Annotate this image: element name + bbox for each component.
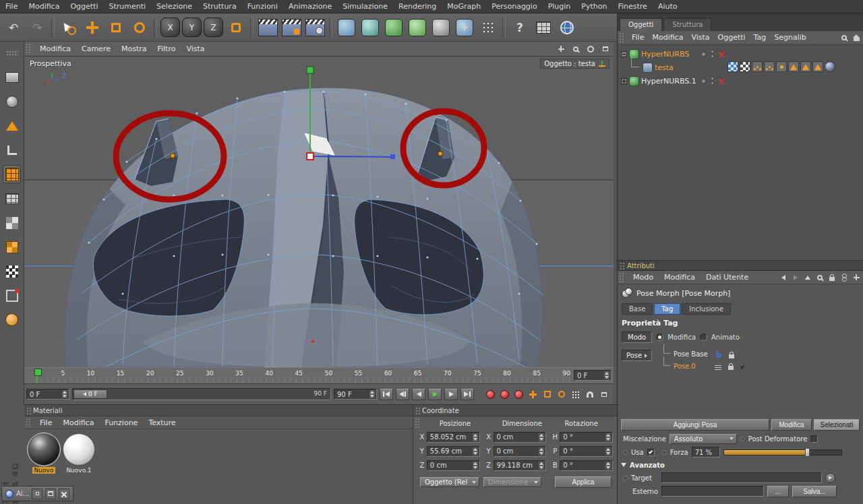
keyframe-selection-icon[interactable] — [513, 389, 525, 400]
lock-x-axis-button[interactable]: X — [160, 18, 180, 37]
dim-y-field[interactable]: 0 cm — [494, 446, 547, 457]
minimize-icon[interactable] — [32, 489, 42, 499]
axis-cross-icon[interactable] — [454, 17, 475, 38]
next-frame-icon[interactable] — [444, 389, 458, 400]
menu-simulazione[interactable]: Simulazione — [337, 1, 393, 12]
spinner[interactable] — [539, 447, 544, 455]
selected-button[interactable]: Selezionati — [814, 419, 860, 431]
pos-z-field[interactable]: 0 cm — [427, 460, 480, 471]
move-tool-icon[interactable] — [82, 17, 103, 38]
lock-icon[interactable] — [728, 366, 734, 370]
apply-button[interactable]: Applica — [555, 476, 612, 488]
render-view-icon[interactable] — [257, 17, 278, 38]
selection-tag-icon[interactable] — [764, 61, 775, 72]
pose-name[interactable]: Pose Base — [674, 350, 708, 358]
polygon-selection-tag-icon[interactable] — [812, 61, 823, 72]
menu-strumenti[interactable]: Strumenti — [103, 1, 151, 12]
render-active-icon[interactable] — [280, 17, 302, 38]
object-name[interactable]: testa — [655, 63, 674, 72]
panel-grip[interactable] — [415, 407, 421, 414]
vp-menu-modifica[interactable]: Modifica — [34, 43, 76, 55]
primitive-cube-icon[interactable] — [336, 17, 357, 38]
rot-b-field[interactable]: 0 ° — [560, 460, 613, 471]
close-icon[interactable] — [59, 489, 69, 499]
prev-frame-icon[interactable] — [412, 389, 425, 400]
table-icon[interactable] — [3, 189, 21, 208]
spinner[interactable] — [369, 390, 375, 398]
palette-grip[interactable] — [3, 44, 21, 62]
parent-up-icon[interactable] — [802, 272, 813, 283]
spinner[interactable] — [604, 371, 609, 379]
dim-z-field[interactable]: 99.118 cm — [494, 460, 547, 471]
menu-modifica[interactable]: Modifica — [23, 1, 65, 12]
radio-animato[interactable] — [700, 334, 707, 341]
coord-object-dropdown[interactable]: Oggetto (Rel — [420, 477, 479, 487]
add-pose-button[interactable]: Aggiungi Posa — [621, 419, 769, 431]
checker-icon[interactable] — [3, 262, 21, 280]
history-forward-icon[interactable] — [790, 272, 801, 283]
timeline-ruler[interactable]: 0510 152025 303540 455055 606570 758085 … — [24, 367, 614, 384]
sliders-icon[interactable] — [715, 364, 721, 370]
polygon-selection-tag-icon[interactable] — [788, 61, 799, 72]
keyframe-dot[interactable] — [740, 437, 745, 441]
attr-menu-modifica[interactable]: Modifica — [659, 272, 701, 283]
collapse-icon[interactable] — [621, 51, 627, 57]
spinner[interactable] — [62, 390, 67, 398]
object-name[interactable]: HyperNURBS — [641, 50, 689, 59]
spinner[interactable] — [473, 447, 478, 455]
menu-funzioni[interactable]: Funzioni — [242, 1, 283, 12]
maximize-view-icon[interactable] — [599, 43, 612, 55]
tab-tag[interactable]: Tag — [654, 303, 680, 315]
console-tab[interactable]: Ai... — [1, 486, 73, 501]
polygon-object-icon[interactable] — [643, 63, 653, 73]
search-icon[interactable] — [814, 272, 825, 283]
rot-h-field[interactable]: 0 ° — [560, 432, 613, 443]
pose-name[interactable]: Pose.0 — [674, 363, 696, 370]
polygon-selection-tag-icon[interactable] — [800, 61, 811, 72]
mat-menu-file[interactable]: File — [34, 417, 57, 429]
strength-field[interactable]: 71 % — [692, 447, 720, 458]
globe-icon[interactable] — [556, 17, 578, 38]
keyframe-dot[interactable] — [623, 476, 628, 480]
pos-y-field[interactable]: 55.69 cm — [427, 446, 480, 457]
menu-file[interactable]: File — [0, 1, 23, 12]
visibility-dots-icon[interactable] — [711, 77, 714, 85]
goto-end-icon[interactable] — [460, 389, 474, 400]
tree-row-hypernurbs[interactable]: HyperNURBS — [618, 47, 863, 61]
undo-icon[interactable]: ↶ — [3, 17, 24, 38]
console-tab-label[interactable]: Ai... — [16, 490, 29, 497]
vp-menu-mostra[interactable]: Mostra — [116, 43, 152, 55]
menu-rendering[interactable]: Rendering — [393, 1, 442, 12]
attr-menu-modo[interactable]: Modo — [628, 272, 659, 283]
visibility-dots-icon[interactable] — [711, 50, 714, 58]
tab-base[interactable]: Base — [622, 303, 653, 315]
material-preview-sphere[interactable] — [28, 434, 59, 465]
attr-menu-dati-utente[interactable]: Dati Utente — [701, 272, 754, 283]
array-icon[interactable] — [407, 17, 428, 38]
snap-icon[interactable] — [598, 389, 609, 400]
om-menu-file[interactable]: File — [628, 32, 648, 43]
arrow-plane-icon[interactable] — [3, 117, 21, 135]
record-parameter-icon[interactable] — [570, 389, 581, 400]
play-icon[interactable] — [428, 389, 442, 400]
save-button[interactable]: Salva... — [792, 486, 837, 497]
post-deformer-checkbox[interactable] — [810, 435, 818, 443]
tab-inclusione[interactable]: Inclusione — [682, 303, 731, 315]
tree-row-hypernurbs1[interactable]: HyperNURBS.1 — [618, 74, 863, 88]
panel-grip[interactable] — [26, 43, 32, 55]
spinner[interactable] — [539, 462, 544, 470]
mat-menu-funzione[interactable]: Funzione — [99, 417, 143, 429]
gear-ball-icon[interactable] — [3, 311, 21, 329]
panel-grip[interactable] — [26, 407, 32, 414]
material-item[interactable]: Nuovo.1 — [62, 434, 96, 474]
history-back-icon[interactable] — [778, 272, 789, 283]
radio-modifica[interactable] — [656, 334, 663, 341]
goto-start-icon[interactable] — [380, 389, 393, 400]
spinner[interactable] — [473, 462, 478, 470]
om-menu-modifica[interactable]: Modifica — [648, 32, 687, 43]
rotate-view-icon[interactable] — [584, 43, 597, 55]
point-selection-tag-icon[interactable] — [776, 61, 787, 72]
panel-grip[interactable] — [619, 32, 625, 42]
keyframe-dot[interactable] — [623, 450, 628, 455]
particles-icon[interactable] — [477, 17, 499, 38]
